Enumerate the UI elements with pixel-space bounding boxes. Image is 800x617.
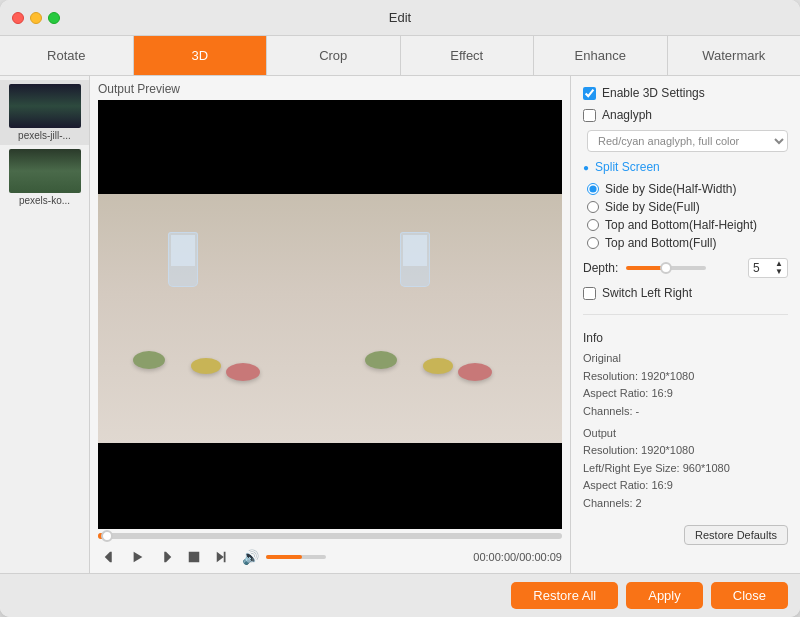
anaglyph-row: Anaglyph xyxy=(583,108,788,122)
radio-top-half-input[interactable] xyxy=(587,219,599,231)
channels-original: Channels: - xyxy=(583,403,788,421)
lr-eye-size: Left/Right Eye Size: 960*1080 xyxy=(583,460,788,478)
apply-button[interactable]: Apply xyxy=(626,582,703,609)
restore-all-button[interactable]: Restore All xyxy=(511,582,618,609)
svg-rect-4 xyxy=(164,552,166,563)
video-middle xyxy=(98,194,562,443)
switch-lr-label: Switch Left Right xyxy=(602,286,692,300)
split-screen-label: Split Screen xyxy=(583,160,788,174)
step-forward-button[interactable] xyxy=(154,545,178,569)
depth-value: 5 xyxy=(753,261,760,275)
output-label: Output xyxy=(583,425,788,443)
progress-thumb[interactable] xyxy=(101,530,113,542)
thumbnail-1 xyxy=(9,149,81,193)
time-display: 00:00:00/00:00:09 xyxy=(473,551,562,563)
info-title: Info xyxy=(583,329,788,348)
main-content: pexels-jill-... pexels-ko... Output Prev… xyxy=(0,76,800,573)
tab-crop[interactable]: Crop xyxy=(267,36,401,75)
radio-top-full-input[interactable] xyxy=(587,237,599,249)
macaron-green-right xyxy=(365,351,397,369)
tab-effect[interactable]: Effect xyxy=(401,36,535,75)
depth-slider-container xyxy=(626,266,740,270)
resolution-original: Resolution: 1920*1080 xyxy=(583,368,788,386)
radio-top-half-label: Top and Bottom(Half-Height) xyxy=(605,218,757,232)
minimize-traffic-light[interactable] xyxy=(30,12,42,24)
scene-right xyxy=(330,194,562,443)
tab-watermark[interactable]: Watermark xyxy=(668,36,801,75)
radio-group: Side by Side(Half-Width) Side by Side(Fu… xyxy=(583,182,788,250)
svg-rect-5 xyxy=(189,552,200,563)
tab-rotate[interactable]: Rotate xyxy=(0,36,134,75)
volume-icon[interactable]: 🔊 xyxy=(238,545,262,569)
svg-marker-2 xyxy=(134,552,143,563)
skip-end-button[interactable] xyxy=(210,545,234,569)
restore-defaults-button[interactable]: Restore Defaults xyxy=(684,525,788,545)
preview-label: Output Preview xyxy=(90,76,570,100)
video-right xyxy=(330,194,562,443)
stop-button[interactable] xyxy=(182,545,206,569)
macaron-pink-left xyxy=(226,363,260,381)
macaron-yellow-right xyxy=(423,358,453,374)
progress-bar[interactable] xyxy=(98,533,562,539)
radio-side-half: Side by Side(Half-Width) xyxy=(587,182,788,196)
svg-marker-6 xyxy=(217,552,224,563)
scene-left xyxy=(98,194,330,443)
video-left xyxy=(98,194,330,443)
aspect-ratio-output: Aspect Ratio: 16:9 xyxy=(583,477,788,495)
maximize-traffic-light[interactable] xyxy=(48,12,60,24)
macaron-green-left xyxy=(133,351,165,369)
radio-side-half-input[interactable] xyxy=(587,183,599,195)
glass-left xyxy=(168,232,198,287)
radio-side-half-label: Side by Side(Half-Width) xyxy=(605,182,736,196)
settings-section: Enable 3D Settings Anaglyph Red/cyan ana… xyxy=(583,86,788,545)
right-panel: Enable 3D Settings Anaglyph Red/cyan ana… xyxy=(570,76,800,573)
sidebar-item-1[interactable]: pexels-ko... xyxy=(0,145,89,210)
play-button[interactable] xyxy=(126,545,150,569)
depth-spinners[interactable]: ▲ ▼ xyxy=(775,260,783,276)
anaglyph-label: Anaglyph xyxy=(602,108,652,122)
enable-3d-label: Enable 3D Settings xyxy=(602,86,705,100)
anaglyph-select[interactable]: Red/cyan anaglyph, full color xyxy=(587,130,788,152)
enable-3d-checkbox[interactable] xyxy=(583,87,596,100)
svg-rect-7 xyxy=(224,552,226,563)
resolution-output: Resolution: 1920*1080 xyxy=(583,442,788,460)
radio-side-full-label: Side by Side(Full) xyxy=(605,200,700,214)
video-display xyxy=(98,100,562,529)
sidebar: pexels-jill-... pexels-ko... xyxy=(0,76,90,573)
switch-lr-checkbox[interactable] xyxy=(583,287,596,300)
anaglyph-checkbox[interactable] xyxy=(583,109,596,122)
macaron-yellow-left xyxy=(191,358,221,374)
depth-value-box: 5 ▲ ▼ xyxy=(748,258,788,278)
info-section: Info Original Resolution: 1920*1080 Aspe… xyxy=(583,329,788,513)
volume-bar[interactable] xyxy=(266,555,326,559)
volume-container: 🔊 xyxy=(238,545,326,569)
divider-1 xyxy=(583,314,788,315)
sidebar-item-label-0: pexels-jill-... xyxy=(18,130,71,141)
original-label: Original xyxy=(583,350,788,368)
video-black-bottom xyxy=(98,443,562,529)
tab-3d[interactable]: 3D xyxy=(134,36,268,75)
bottom-bar: Restore All Apply Close xyxy=(0,573,800,617)
enable-3d-row: Enable 3D Settings xyxy=(583,86,788,100)
switch-lr-row: Switch Left Right xyxy=(583,286,788,300)
radio-top-full-label: Top and Bottom(Full) xyxy=(605,236,716,250)
radio-side-full-input[interactable] xyxy=(587,201,599,213)
depth-slider[interactable] xyxy=(626,266,706,270)
close-traffic-light[interactable] xyxy=(12,12,24,24)
traffic-lights xyxy=(12,12,60,24)
depth-label: Depth: xyxy=(583,261,618,275)
skip-back-button[interactable] xyxy=(98,545,122,569)
tab-bar: Rotate 3D Crop Effect Enhance Watermark xyxy=(0,36,800,76)
macaron-pink-right xyxy=(458,363,492,381)
video-container xyxy=(98,100,562,529)
radio-top-full: Top and Bottom(Full) xyxy=(587,236,788,250)
anaglyph-dropdown-container: Red/cyan anaglyph, full color xyxy=(587,130,788,152)
channels-output: Channels: 2 xyxy=(583,495,788,513)
tab-enhance[interactable]: Enhance xyxy=(534,36,668,75)
svg-rect-1 xyxy=(110,552,112,563)
sidebar-item-label-1: pexels-ko... xyxy=(19,195,70,206)
close-button[interactable]: Close xyxy=(711,582,788,609)
sidebar-item-0[interactable]: pexels-jill-... xyxy=(0,80,89,145)
depth-row: Depth: 5 ▲ ▼ xyxy=(583,258,788,278)
glass-right xyxy=(400,232,430,287)
